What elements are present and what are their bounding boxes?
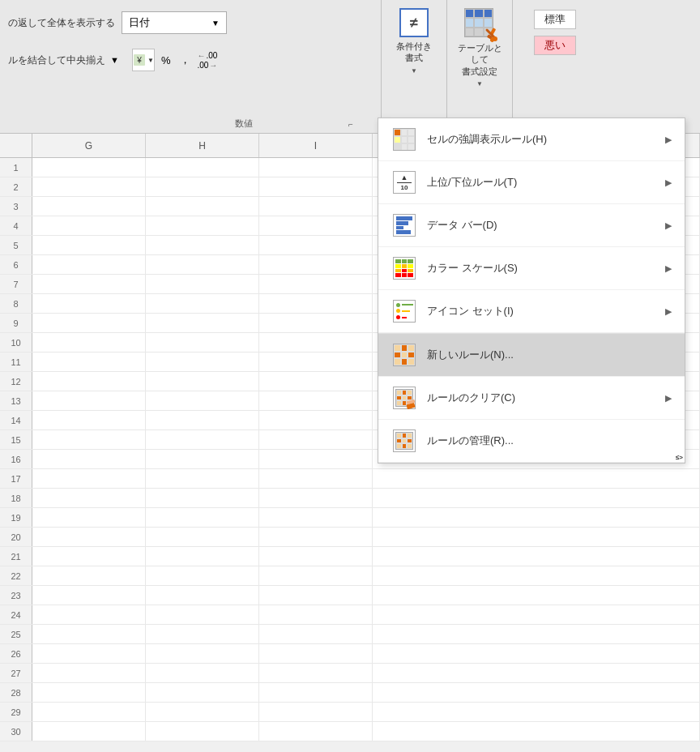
grid-cell[interactable] (259, 586, 373, 605)
grid-cell[interactable] (32, 255, 146, 274)
grid-cell[interactable] (32, 605, 146, 624)
grid-cell[interactable] (259, 722, 373, 741)
grid-cell[interactable] (259, 469, 373, 488)
grid-cell[interactable] (32, 508, 146, 527)
grid-cell[interactable] (259, 333, 373, 352)
grid-cell[interactable] (146, 547, 259, 566)
table-row[interactable]: 27 (0, 664, 700, 683)
grid-cell[interactable] (259, 605, 373, 624)
grid-cell[interactable] (32, 683, 146, 702)
grid-cell[interactable] (146, 469, 259, 488)
table-row[interactable]: 22 (0, 566, 700, 586)
menu-item-top-bottom[interactable]: ▲ 10 上位/下位ルール(T) ▶ (378, 161, 685, 204)
grid-cell[interactable] (32, 528, 146, 546)
grid-cell[interactable] (146, 275, 259, 293)
grid-cell[interactable] (146, 430, 259, 449)
style-standard[interactable]: 標準 (534, 10, 576, 29)
grid-cell[interactable] (32, 372, 146, 391)
grid-cell[interactable] (373, 683, 700, 702)
table-row[interactable]: 21 (0, 547, 700, 566)
grid-cell[interactable] (146, 197, 259, 216)
grid-cell[interactable] (373, 508, 700, 527)
grid-cell[interactable] (146, 683, 259, 702)
grid-cell[interactable] (146, 216, 259, 235)
grid-cell[interactable] (32, 236, 146, 254)
menu-item-highlight-rules[interactable]: ≤> セルの強調表示ルール(H) ▶ (378, 118, 685, 161)
date-format-select[interactable]: 日付 ▼ (122, 11, 227, 34)
grid-cell[interactable] (32, 333, 146, 352)
grid-cell[interactable] (373, 469, 700, 488)
grid-cell[interactable] (259, 430, 373, 449)
col-header-i[interactable]: I (259, 134, 373, 157)
grid-cell[interactable] (32, 177, 146, 196)
table-row[interactable]: 25 (0, 625, 700, 644)
table-row[interactable]: 28 (0, 683, 700, 703)
grid-cell[interactable] (259, 450, 373, 468)
grid-cell[interactable] (146, 664, 259, 682)
style-bad[interactable]: 悪い (534, 36, 576, 55)
menu-item-new-rule[interactable]: 新しいルール(N)... (378, 334, 685, 377)
grid-cell[interactable] (146, 722, 259, 741)
grid-cell[interactable] (259, 664, 373, 682)
col-header-g[interactable]: G (32, 134, 146, 157)
table-row[interactable]: 19 (0, 508, 700, 528)
table-row[interactable]: 30 (0, 722, 700, 741)
grid-cell[interactable] (373, 566, 700, 585)
grid-cell[interactable] (373, 586, 700, 605)
grid-cell[interactable] (32, 489, 146, 507)
grid-cell[interactable] (146, 644, 259, 663)
grid-cell[interactable] (146, 372, 259, 391)
grid-cell[interactable] (146, 450, 259, 468)
conditional-format-button[interactable]: ≠ 条件付き書式 ▼ (382, 0, 446, 133)
grid-cell[interactable] (146, 605, 259, 624)
table-row[interactable]: 23 (0, 586, 700, 605)
grid-cell[interactable] (259, 158, 373, 177)
grid-cell[interactable] (146, 236, 259, 254)
grid-cell[interactable] (259, 489, 373, 507)
grid-cell[interactable] (32, 391, 146, 410)
expand-icon[interactable]: ⌐ (348, 120, 353, 129)
grid-cell[interactable] (32, 275, 146, 293)
grid-cell[interactable] (259, 314, 373, 332)
grid-cell[interactable] (32, 722, 146, 741)
grid-cell[interactable] (32, 216, 146, 235)
grid-cell[interactable] (32, 703, 146, 721)
grid-cell[interactable] (259, 528, 373, 546)
grid-cell[interactable] (32, 644, 146, 663)
grid-cell[interactable] (259, 216, 373, 235)
grid-cell[interactable] (32, 625, 146, 643)
grid-cell[interactable] (373, 703, 700, 721)
grid-cell[interactable] (259, 566, 373, 585)
grid-cell[interactable] (259, 703, 373, 721)
grid-cell[interactable] (259, 197, 373, 216)
grid-cell[interactable] (259, 644, 373, 663)
grid-cell[interactable] (146, 158, 259, 177)
grid-cell[interactable] (259, 547, 373, 566)
grid-cell[interactable] (32, 547, 146, 566)
grid-cell[interactable] (373, 664, 700, 682)
grid-cell[interactable] (146, 294, 259, 313)
grid-cell[interactable] (259, 372, 373, 391)
grid-cell[interactable] (259, 411, 373, 429)
grid-cell[interactable] (32, 469, 146, 488)
table-row[interactable]: 29 (0, 703, 700, 722)
grid-cell[interactable] (373, 489, 700, 507)
grid-cell[interactable] (146, 177, 259, 196)
table-row[interactable]: 18 (0, 489, 700, 508)
grid-cell[interactable] (32, 314, 146, 332)
grid-cell[interactable] (146, 391, 259, 410)
grid-cell[interactable] (259, 294, 373, 313)
table-format-button[interactable]: テーブルとして書式設定 ▼ (447, 0, 512, 133)
grid-cell[interactable] (146, 489, 259, 507)
grid-cell[interactable] (146, 586, 259, 605)
grid-cell[interactable] (259, 625, 373, 643)
grid-cell[interactable] (32, 197, 146, 216)
grid-cell[interactable] (259, 236, 373, 254)
grid-cell[interactable] (32, 566, 146, 585)
grid-cell[interactable] (146, 625, 259, 643)
grid-cell[interactable] (32, 664, 146, 682)
grid-cell[interactable] (146, 508, 259, 527)
grid-cell[interactable] (259, 255, 373, 274)
grid-cell[interactable] (32, 450, 146, 468)
grid-cell[interactable] (259, 352, 373, 371)
